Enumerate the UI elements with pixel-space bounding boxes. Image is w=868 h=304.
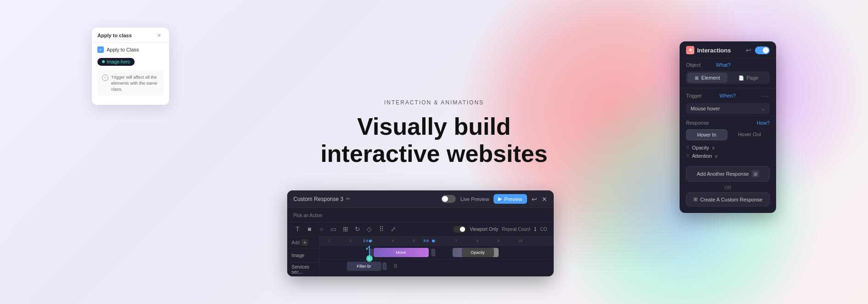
ruler-mark-58: 5.8 [424, 236, 429, 246]
rounded-rect-icon[interactable]: ▭ [329, 225, 338, 233]
int-toggle[interactable] [755, 46, 770, 54]
live-preview-label: Live Preview [460, 196, 489, 202]
live-preview-toggle[interactable] [441, 195, 456, 203]
ruler-mark-6: 6 [434, 236, 436, 246]
co-label: CO [540, 227, 547, 232]
timeline-title: Custom Response 3 [294, 196, 344, 202]
attention-expand-icon[interactable]: ∨ [715, 154, 718, 159]
class-tag-dot [102, 60, 105, 63]
add-response-plus-icon: ⊞ [752, 170, 759, 178]
check-icon: ✓ [99, 47, 102, 52]
add-plus-button[interactable]: + [301, 239, 308, 246]
viewport-thumb [460, 227, 465, 232]
class-tag-label: Image-hero [107, 59, 130, 64]
lightning-icon [687, 47, 693, 53]
opacity-expand-icon[interactable]: ∨ [712, 145, 715, 150]
grid-dots-icon: ⠿ [394, 264, 397, 270]
int-object-row: Object What? [680, 58, 776, 69]
tab-page-label: Page [747, 75, 759, 80]
int-opacity-label: Opacity [692, 145, 709, 150]
timeline-panel: Custom Response 3 ✏ Live Preview ▶ Previ… [287, 190, 554, 276]
track-services: Filter-br ⠿ [319, 259, 554, 273]
dots-icon[interactable]: ⠿ [377, 225, 386, 233]
int-opacity-left: ⠿ Opacity ∨ [686, 145, 715, 150]
clip-move[interactable]: Move [374, 248, 429, 257]
int-chevron-icon: ⌄ [761, 106, 765, 111]
play-icon: ▶ [498, 196, 502, 202]
apply-to-class-checkbox-row[interactable]: ✓ Apply to Class [97, 46, 164, 53]
timeline-title-row: Custom Response 3 ✏ [294, 196, 351, 202]
int-attention-row: ⠿ Attention ∨ [680, 151, 776, 161]
int-response-row: Response How? [680, 118, 776, 127]
int-divider-2 [680, 116, 776, 116]
ruler-mark-9: 9 [498, 236, 499, 246]
edit-icon[interactable]: ✏ [346, 196, 350, 202]
skew-icon[interactable]: ◇ [365, 225, 374, 233]
hero-text: INTERACTION & ANIMATIONS Visually build … [320, 99, 547, 168]
apply-panel-close-button[interactable]: × [157, 32, 164, 39]
int-trigger-select[interactable]: Mouse hover ⌄ [686, 103, 770, 114]
int-object-label: Object [686, 62, 716, 68]
rotate-icon[interactable]: ↻ [353, 225, 362, 233]
text-tool-icon[interactable]: T [294, 225, 302, 233]
cursor-arrow: ↙ [365, 244, 372, 250]
int-trigger-label: Trigger [686, 93, 716, 98]
repeat-value: 1 [534, 227, 537, 232]
int-response-buttons: Hover In Hover Out [686, 129, 770, 140]
clip-handle[interactable] [383, 263, 386, 270]
close-icon[interactable]: ✕ [542, 195, 547, 203]
custom-response-label: Create A Custom Response [700, 197, 763, 202]
toolbar-icons: T ■ ○ ▭ ⊞ ↻ ◇ ⠿ ⤢ [294, 225, 397, 233]
apply-checkbox-label: Apply to Class [107, 47, 139, 52]
info-text: Trigger will affect all the elements wit… [111, 74, 159, 92]
int-header-right: ↩ [746, 46, 770, 54]
interactions-icon [686, 46, 694, 54]
int-undo-icon[interactable]: ↩ [746, 46, 751, 54]
page-tab-icon: 📄 [738, 75, 744, 80]
tab-element[interactable]: ⊞ Element [687, 73, 727, 83]
int-trigger-row: Trigger When? ··· [680, 90, 776, 101]
clip-opacity[interactable]: Opacity [462, 248, 494, 257]
undo-icon[interactable]: ↩ [532, 195, 537, 203]
apply-to-class-panel: Apply to class × ✓ Apply to Class Image-… [92, 28, 169, 105]
or-divider: OR [680, 184, 776, 192]
add-row: Add + [287, 236, 319, 249]
tab-element-label: Element [701, 75, 720, 80]
preview-btn-label: Preview [504, 196, 522, 202]
info-icon: i [102, 75, 108, 81]
preview-button[interactable]: ▶ Preview [494, 194, 527, 204]
clip-end-handle[interactable] [431, 249, 435, 256]
toggle-thumb [442, 196, 448, 202]
element-tab-icon: ⊞ [695, 75, 698, 80]
int-trigger-left: Trigger When? [686, 93, 736, 98]
add-label: Add [292, 240, 300, 245]
add-another-response-button[interactable]: Add Another Response ⊞ [686, 166, 770, 182]
circle-tool-icon[interactable]: ○ [318, 225, 326, 233]
int-what-label[interactable]: What? [716, 62, 731, 68]
apply-panel-body: ✓ Apply to Class Image-hero i Trigger wi… [92, 43, 169, 99]
ruler: 1 2 2.6 3 4 5 5.8 6 7 8 9 10 [319, 236, 554, 246]
custom-icon: ⊞ [693, 196, 698, 202]
cursor-icon[interactable]: ⤢ [389, 225, 397, 233]
apply-checkbox[interactable]: ✓ [97, 46, 104, 53]
clip-filter[interactable]: Filter-br [347, 262, 381, 271]
int-how-label[interactable]: How? [757, 120, 770, 126]
track-image: Move Move Opacity ↙ + [319, 246, 554, 259]
class-tag[interactable]: Image-hero [97, 58, 135, 66]
info-box: i Trigger will affect all the elements w… [97, 70, 164, 96]
create-custom-response-button[interactable]: ⊞ Create A Custom Response [686, 192, 770, 206]
grid-icon[interactable]: ⊞ [341, 225, 350, 233]
int-title-row: Interactions [686, 46, 731, 54]
viewport-label: Viewport Only [470, 227, 498, 232]
repeat-label: Repeat Count [502, 227, 530, 232]
timeline-area: Add + Image Services sec... 1 2 2.6 3 4 [287, 236, 554, 276]
hover-in-button[interactable]: Hover In [686, 129, 727, 140]
hover-out-button[interactable]: Hover Out [729, 129, 770, 140]
tab-page[interactable]: 📄 Page [728, 73, 768, 83]
rect-tool-icon[interactable]: ■ [306, 225, 314, 233]
int-when-label[interactable]: When? [720, 93, 736, 98]
int-toggle-thumb [763, 47, 769, 53]
viewport-toggle[interactable] [453, 226, 466, 233]
int-more-options[interactable]: ··· [761, 92, 770, 99]
ruler-mark-2: 2 [350, 236, 352, 246]
